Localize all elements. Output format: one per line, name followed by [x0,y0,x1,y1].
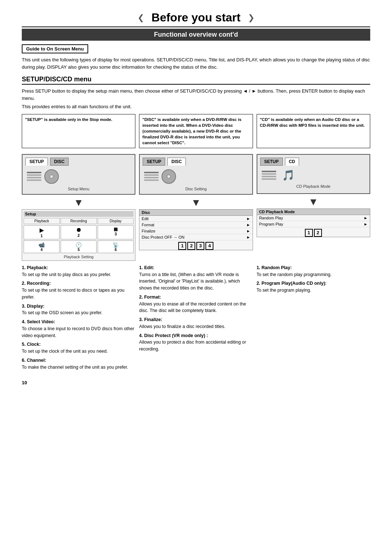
col1-tabs: SETUP DISC [25,158,132,166]
col2-format-arrow: ► [246,223,250,227]
desc-col2-item3: 3. Finalize:Allows you to finalize a dis… [139,316,253,330]
col1-screen-caption: Setup Menu [25,187,132,191]
num2: 2 [62,233,95,238]
col2-tab1: SETUP [143,158,165,166]
setup-icon [27,172,41,181]
col1-tab1: SETUP [25,158,48,166]
num-box-4: 4 [205,242,213,250]
col3-menu-program: Program Play ► [257,221,370,227]
col3-numbered-boxes: 1 2 [257,229,370,237]
col1-note-text: "SETUP" is available only in the Stop mo… [25,117,112,122]
col1-menu-tab-recording: Recording [61,218,97,224]
col2-arrow-down: ▼ [139,197,253,208]
col1-note: "SETUP" is available only in the Stop mo… [22,114,135,148]
num-box-c1: 1 [305,229,313,237]
desc-col3-item2: 2. Program Play(Audio CD only):To set th… [257,280,370,294]
desc-col1-item3: 3. Display:To set up the OSD screen as y… [22,303,135,317]
num-box-1: 1 [178,242,186,250]
title-arrow-left-icon: ❮ [138,13,144,23]
col1-select-row: 📹 4 🕐 5 📡 6 [24,240,134,253]
title-arrow-right-icon: ❯ [248,13,254,23]
col2-note-text: "DISC" is available only when a DVD-R/RW… [142,117,241,145]
col2-format-label: Format [142,223,154,227]
col2-edit-label: Edit [142,216,148,221]
desc-col1-item6: 6. Channel:To make the channel setting o… [22,357,135,371]
description-columns: 1. Playback:To set up the unit to play d… [22,264,370,373]
col3-menu-header: CD Playback Mode [257,209,370,215]
screen-mockups-row: SETUP DISC Setup Menu ▼ [22,152,370,261]
video-icon: 📹 [25,242,58,248]
desc-col2-item4: 4. Disc Protect (VR mode only) :Allows y… [139,332,253,353]
col3-tab1: SETUP [260,158,283,166]
col1-cell-record: ⏺ 2 [61,225,97,239]
col2-screen-caption: Disc Setting [143,187,249,191]
col2-menu-format: Format ► [139,222,252,228]
desc-col2-item1: 1. Edit:Turns on a title list, (When a d… [139,264,253,292]
col3-screen-caption: CD Playback Mode [260,184,367,189]
col2-note: "DISC" is available only when a DVD-R/RW… [139,114,253,148]
col3-tabs: SETUP CD [260,158,367,166]
col2-screen: SETUP DISC Disc Setting [139,154,253,195]
setup-lines-icon2 [262,171,276,180]
cd-icon: 🎵 [282,169,295,181]
desc-col1-item4: 4. Select Video:To choose a line input t… [22,319,135,339]
column-notes: "SETUP" is available only in the Stop mo… [22,114,370,148]
col3-tab2: CD [285,158,299,166]
desc-col1-item2: 2. Recording:To set up the unit to recor… [22,280,135,300]
title-underline [22,27,370,27]
desc-col2-item2: 2. Format:Allows you to erase all of the… [139,294,253,314]
col1-menu-caption: Playback Setting [24,255,134,259]
disc-icon2 [162,169,176,184]
col2-menu: Disc Edit ► Format ► Finalize ► Disc Pro… [139,209,253,250]
desc-col2: 1. Edit:Turns on a title list, (When a d… [139,264,253,373]
col1-playback-grid: ▶ 1 ⏺ 2 ▦ 3 [24,225,134,239]
col1-cell-play: ▶ 1 [24,225,60,239]
col1-menu-tab-playback: Playback [24,218,60,224]
record-icon: ⏺ [62,227,95,233]
num1: 1 [25,234,58,238]
col2-icon-area [143,168,249,185]
col3-random-arrow: ► [364,216,368,220]
col3-screen: SETUP CD 🎵 CD Playback Mode [257,154,370,194]
page-title-wrapper: ❮ Before you start ❯ [22,11,370,24]
col1-menu: Setup Playback Recording Display ▶ 1 ⏺ 2… [22,209,135,261]
section-desc1: Press SETUP button to display the setup … [22,88,370,102]
col2-finalize-arrow: ► [246,229,250,233]
setup-lines-icon [144,172,159,181]
col2-protect-label: Disc Protect OFF → ON [142,235,184,239]
col1-cell-channel: 📡 6 [98,240,134,253]
num-box-3: 3 [196,242,204,250]
col3-note: "CD" is available only when an Audio CD … [257,114,370,148]
play-icon: ▶ [25,227,58,234]
col1-menu-tabs: Playback Recording Display [24,218,134,224]
col3-random-label: Random Play [259,216,283,220]
col3-menu: CD Playback Mode Random Play ► Program P… [257,208,370,237]
desc-col3: 1. Random Play:To set the random play pr… [257,264,370,373]
section-heading: SETUP/DISC/CD menu [22,76,370,85]
desc-col1-item1: 1. Playback:To set up the unit to play d… [22,264,135,278]
desc-col3-item1: 1. Random Play:To set the random play pr… [257,264,370,278]
col1-cell-clock: 🕐 5 [61,240,97,253]
num-box-c2: 2 [314,229,322,237]
col2-edit-arrow: ► [246,216,250,221]
num5: 5 [62,248,95,252]
disc-icon [44,169,59,184]
col1-tab2: DISC [50,158,69,166]
num4: 4 [25,248,58,252]
col2-tab2: DISC [167,158,186,166]
col1-arrow-down: ▼ [22,197,135,208]
col3-arrow-down: ▼ [257,196,370,208]
col3-screen-wrapper: SETUP CD 🎵 CD Playback Mode ▼ CD Playbac… [257,152,370,261]
col2-menu-protect: Disc Protect OFF → ON ► [139,234,252,240]
col1-menu-tab-display: Display [98,218,134,224]
functional-overview-bar: Functional overview cont'd [22,29,370,41]
col2-numbered-boxes: 1 2 3 4 [139,242,252,250]
col3-program-label: Program Play [259,222,283,226]
col2-finalize-label: Finalize [142,229,155,233]
num3: 3 [99,232,132,236]
col1-screen: SETUP DISC Setup Menu [22,154,135,195]
col1-cell-display: ▦ 3 [98,225,134,239]
channel-icon: 📡 [99,242,132,248]
desc-col1-item5: 5. Clock:To set up the clock of the unit… [22,341,135,355]
page-title: Before you start [144,11,248,24]
